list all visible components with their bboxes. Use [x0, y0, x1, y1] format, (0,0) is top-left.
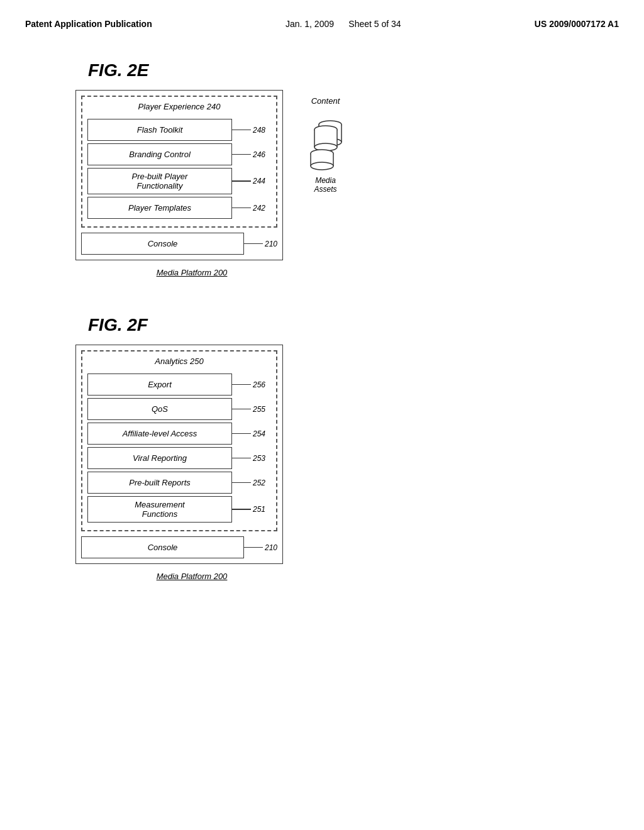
fig2f-ref-254: 254 [232, 429, 265, 438]
header-right: US 2009/0007172 A1 [535, 19, 619, 29]
fig2e-caption: Media Platform 200 [88, 268, 296, 277]
fig2f-main-box: Analytics 250 Export 256 QoS [75, 345, 283, 564]
fig2e-comp-3: Player Templates 242 [87, 197, 271, 219]
fig2e-dashed-title: Player Experience 240 [87, 102, 271, 116]
fig2f-console-box: Console [81, 536, 244, 558]
fig2e-right-side: Content [302, 96, 349, 194]
fig2f-caption: Media Platform 200 [88, 572, 296, 581]
media-assets-label: MediaAssets [314, 176, 336, 194]
header-date: Jan. 1, 2009 [286, 19, 334, 29]
fig2e-ref-246: 246 [232, 150, 265, 159]
fig2e-section: FIG. 2E Player Experience 240 Flash Tool… [25, 60, 619, 277]
fig2e-comp-2: Pre-built PlayerFunctionality 244 [87, 168, 271, 194]
fig2e-dashed-inner: Player Experience 240 Flash Toolkit 248 … [81, 96, 277, 228]
patent-header: Patent Application Publication Jan. 1, 2… [25, 13, 619, 42]
measurement-functions-box: MeasurementFunctions [87, 496, 232, 523]
fig2f-label: FIG. 2F [88, 315, 148, 335]
header-sheet: Sheet 5 of 34 [348, 19, 401, 29]
fig2e-ref-248: 248 [232, 126, 265, 135]
fig2f-comp-4: Pre-built Reports 252 [87, 472, 271, 494]
content-db-cylinders [302, 111, 349, 174]
fig2f-comp-1: QoS 255 [87, 398, 271, 420]
viral-reporting-box: Viral Reporting [87, 447, 232, 469]
fig2f-comp-2: Affiliate-level Access 254 [87, 423, 271, 445]
player-templates-box: Player Templates [87, 197, 232, 219]
prebuilt-reports-box: Pre-built Reports [87, 472, 232, 494]
fig2f-comp-0: Export 256 [87, 374, 271, 396]
fig2f-console-row: Console 210 [81, 536, 277, 558]
fig2f-ref-256: 256 [232, 380, 265, 389]
fig2f-comp-5: MeasurementFunctions 251 [87, 496, 271, 523]
fig2e-main-box: Player Experience 240 Flash Toolkit 248 … [75, 90, 283, 260]
fig2e-comp-1: Branding Control 246 [87, 143, 271, 165]
fig2e-console-row: Console 210 [81, 233, 277, 255]
header-center: Jan. 1, 2009 Sheet 5 of 34 [286, 19, 401, 29]
fig2f-ref-251: 251 [232, 505, 265, 514]
fig2f-section: FIG. 2F Analytics 250 Export 256 [25, 315, 619, 581]
fig2e-label: FIG. 2E [88, 60, 148, 80]
fig2f-ref-255: 255 [232, 405, 265, 414]
branding-control-box: Branding Control [87, 143, 232, 165]
fig2f-comp-3: Viral Reporting 253 [87, 447, 271, 469]
qos-box: QoS [87, 398, 232, 420]
content-label: Content [311, 96, 340, 106]
affiliate-access-box: Affiliate-level Access [87, 423, 232, 445]
svg-point-14 [311, 162, 333, 170]
prebuilt-player-box: Pre-built PlayerFunctionality [87, 168, 232, 194]
export-box: Export [87, 374, 232, 396]
fig2e-ref-242: 242 [232, 204, 265, 213]
fig2f-ref-252: 252 [232, 479, 265, 487]
fig2e-comp-0: Flash Toolkit 248 [87, 119, 271, 141]
fig2e-console-box: Console [81, 233, 244, 255]
fig2e-ref-244: 244 [232, 177, 265, 185]
fig2f-dashed-title: Analytics 250 [87, 357, 271, 371]
fig2f-ref-210: 210 [244, 543, 277, 552]
fig2e-ref-210: 210 [244, 240, 277, 248]
flash-toolkit-box: Flash Toolkit [87, 119, 232, 141]
fig2f-ref-253: 253 [232, 454, 265, 463]
fig2f-dashed-inner: Analytics 250 Export 256 QoS [81, 350, 277, 531]
header-left: Patent Application Publication [25, 19, 152, 29]
